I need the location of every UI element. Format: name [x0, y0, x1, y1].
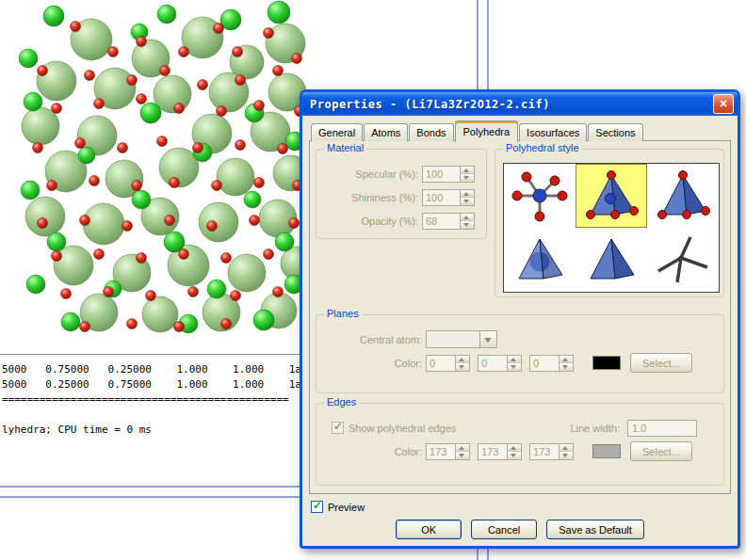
save-as-default-button[interactable]: Save as Default [546, 520, 644, 539]
spin-up-icon[interactable] [456, 444, 469, 453]
spin-down-icon[interactable] [560, 452, 573, 459]
line-width-label: Line width: [570, 423, 620, 434]
polyhedra-style-option-wireframe[interactable] [647, 228, 719, 292]
screen: 5000 0.75000 0.25000 1.000 1.000 1a 5000… [0, 0, 746, 560]
preview-checkbox[interactable] [311, 501, 323, 513]
opacity-label: Opacity (%): [320, 216, 418, 227]
polyhedra-style-option-ball-and-stick[interactable] [504, 164, 576, 228]
planes-group: Planes Central atom: Color: 0 0 [316, 314, 724, 393]
material-group: Material Specular (%): 100 Shininess (%)… [316, 149, 487, 239]
line-width-input[interactable]: 1.0 [627, 420, 697, 437]
planes-legend: Planes [324, 308, 362, 319]
tab-sections[interactable]: Sections [588, 123, 642, 141]
planes-color-b-spinbox[interactable]: 0 [529, 355, 574, 372]
specular-row: Specular (%): 100 [316, 165, 486, 183]
shininess-label: Shininess (%): [320, 192, 418, 203]
ball-and-stick-icon [511, 169, 568, 222]
tab-polyhedra[interactable]: Polyhedra [455, 120, 519, 142]
polyhedra-tab-page: Material Specular (%): 100 Shininess (%)… [309, 140, 731, 494]
polyhedral-style-group: Polyhedral style [495, 149, 724, 297]
central-atom-dropdown[interactable] [426, 330, 497, 348]
shininess-spinbox[interactable]: 100 [422, 189, 475, 206]
spin-down-icon[interactable] [461, 221, 474, 229]
edges-color-b-spinbox[interactable]: 173 [529, 443, 574, 460]
planes-color-b-value: 0 [530, 356, 559, 371]
tab-atoms[interactable]: Atoms [364, 123, 408, 141]
edges-color-swatch [592, 444, 621, 458]
planes-color-g-value: 0 [478, 356, 507, 371]
chevron-down-icon[interactable] [479, 331, 496, 347]
properties-dialog: Properties - (Li7La3Zr2O12-2.cif) ✕ Gene… [300, 89, 740, 549]
spin-down-icon[interactable] [461, 198, 474, 205]
spin-up-icon[interactable] [461, 167, 474, 175]
polyhedral-style-legend: Polyhedral style [503, 142, 582, 153]
planes-color-r-spinbox[interactable]: 0 [426, 355, 470, 372]
edges-group: Edges Show polyhedral edges Line width: … [316, 403, 724, 486]
wireframe-sticks-icon [655, 233, 711, 286]
specular-label: Specular (%): [320, 168, 418, 180]
spin-down-icon[interactable] [461, 174, 474, 182]
planes-color-row: Color: 0 0 0 [316, 354, 723, 372]
opacity-spinbox[interactable]: 68 [422, 213, 475, 230]
polyhedra-style-option-polyhedral-vertex-atoms[interactable] [647, 164, 719, 228]
polyhedral-vertex-atoms-icon [655, 169, 711, 222]
planes-color-select-button[interactable]: Select... [630, 353, 692, 373]
edges-color-r-value: 173 [427, 444, 455, 459]
preview-label: Preview [328, 502, 365, 513]
dialog-title: Properties - (Li7La3Zr2O12-2.cif) [310, 98, 550, 111]
show-edges-label: Show polyhedral edges [349, 423, 456, 434]
close-button[interactable]: ✕ [713, 94, 734, 114]
edges-color-g-value: 173 [478, 444, 507, 459]
spin-up-icon[interactable] [508, 356, 521, 364]
polyhedra-style-option-polyhedral-central-atom[interactable] [504, 228, 576, 292]
specular-spinbox[interactable]: 100 [422, 166, 475, 183]
edges-color-select-button[interactable]: Select... [630, 441, 692, 461]
tab-isosurfaces[interactable]: Isosurfaces [519, 123, 587, 141]
shininess-value: 100 [423, 190, 460, 205]
ok-button[interactable]: OK [396, 520, 462, 539]
planes-color-swatch [592, 356, 621, 370]
polyhedral-style-panel [503, 163, 720, 293]
spin-down-icon[interactable] [508, 452, 521, 459]
opacity-row: Opacity (%): 68 [316, 212, 486, 230]
polyhedral-central-atom-icon [511, 233, 568, 286]
dialog-titlebar[interactable]: Properties - (Li7La3Zr2O12-2.cif) ✕ [302, 92, 738, 116]
shininess-row: Shininess (%): 100 [316, 188, 486, 206]
spin-up-icon[interactable] [560, 356, 573, 364]
material-legend: Material [324, 142, 366, 153]
edges-color-r-spinbox[interactable]: 173 [426, 443, 470, 460]
planes-color-label: Color: [320, 358, 422, 369]
spin-down-icon[interactable] [560, 363, 573, 371]
edges-color-g-spinbox[interactable]: 173 [478, 443, 522, 460]
cancel-button[interactable]: Cancel [471, 520, 537, 539]
show-edges-row: Show polyhedral edges Line width: 1.0 [316, 419, 723, 437]
spin-up-icon[interactable] [461, 190, 474, 199]
dialog-buttons: OK Cancel Save as Default [302, 520, 738, 539]
spin-down-icon[interactable] [456, 363, 469, 371]
spin-up-icon[interactable] [560, 444, 573, 453]
edges-color-b-value: 173 [530, 444, 559, 459]
specular-value: 100 [423, 167, 460, 182]
spin-up-icon[interactable] [456, 356, 469, 364]
polyhedra-style-option-polyhedral-ball-stick[interactable] [576, 164, 647, 228]
polyhedra-style-option-solid-polyhedral[interactable] [576, 228, 647, 292]
planes-color-r-value: 0 [427, 356, 455, 371]
tab-strip: General Atoms Bonds Polyhedra Isosurface… [311, 120, 730, 141]
tab-bonds[interactable]: Bonds [409, 123, 453, 141]
solid-polyhedral-icon [583, 233, 640, 286]
show-edges-checkbox[interactable] [332, 422, 344, 434]
central-atom-row: Central atom: [316, 330, 723, 348]
edges-color-label: Color: [320, 446, 422, 457]
polyhedral-ball-stick-icon [583, 169, 640, 222]
close-icon: ✕ [719, 98, 727, 110]
opacity-value: 68 [423, 214, 460, 229]
spin-down-icon[interactable] [456, 452, 469, 459]
tab-general[interactable]: General [311, 123, 363, 141]
spin-down-icon[interactable] [508, 363, 521, 371]
spin-up-icon[interactable] [508, 444, 521, 453]
spin-up-icon[interactable] [461, 214, 474, 222]
central-atom-label: Central atom: [320, 334, 422, 345]
preview-row: Preview [311, 501, 738, 513]
edges-color-row: Color: 173 173 173 [316, 442, 723, 460]
planes-color-g-spinbox[interactable]: 0 [478, 355, 522, 372]
